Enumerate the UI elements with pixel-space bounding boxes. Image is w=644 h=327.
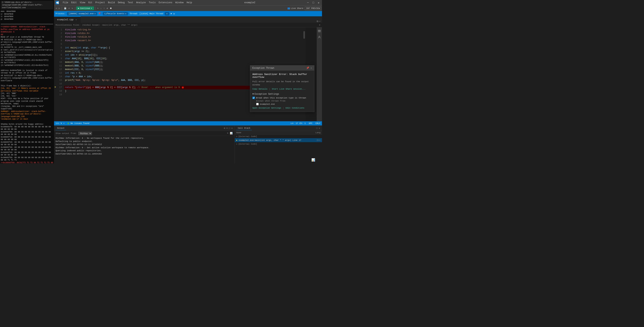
callstack-expand-icon: ▷ — [236, 135, 238, 138]
close-button[interactable]: ✕ — [317, 1, 320, 5]
menu-item-tools[interactable]: Tools — [147, 1, 157, 5]
except-file-checkbox[interactable] — [256, 103, 259, 105]
code-line-6[interactable]: int main(int argc, char **argv) { — [64, 46, 303, 50]
team-explorer-icon[interactable] — [317, 35, 322, 40]
output-menu-icon[interactable]: ≡ — [226, 127, 228, 130]
toolbar-undo[interactable]: ↩ — [68, 7, 70, 10]
code-line-4[interactable]: #include <assert.h> — [64, 39, 303, 43]
continue-dropdown-arrow[interactable]: ▾ — [91, 7, 92, 10]
terminal-line — [1, 121, 53, 123]
split-editor-icon[interactable]: ⧉ — [317, 20, 318, 23]
copy-details-link[interactable]: Copy Details — [252, 88, 268, 91]
code-line-1[interactable]: #include <string.h> — [64, 28, 303, 32]
live-share-session-link[interactable]: Start Live Share session... — [272, 88, 306, 91]
toolbar-stop[interactable]: ⏹ — [109, 7, 113, 10]
new-file-icon[interactable]: + — [319, 24, 320, 27]
code-line-8[interactable]: int idx = atoi(argv[1]); — [64, 53, 303, 57]
menu-item-debug[interactable]: Debug — [116, 1, 126, 5]
zoom-control[interactable]: 111 % ▾ — [56, 122, 64, 125]
menu-item-extensions[interactable]: Extensions — [157, 1, 174, 5]
output-tab[interactable]: Output — [56, 126, 66, 130]
callstack-group-external-1[interactable]: ▷ [External Code] — [235, 135, 322, 138]
toolbar-step-out[interactable]: ↑ — [103, 7, 106, 10]
menu-item-build[interactable]: Build — [106, 1, 116, 5]
callstack-group-external-2[interactable]: ▷ [External Code] — [235, 142, 322, 146]
svg-rect-2 — [318, 32, 321, 32]
output-chart-icon[interactable]: 📊 — [230, 132, 233, 135]
menu-item-analyze[interactable]: Analyze — [135, 1, 147, 5]
spaces-label: SPC — [309, 122, 312, 125]
exception-close-icon[interactable]: ✕ — [310, 67, 312, 70]
process-dropdown[interactable]: [28056] example2.exe ▾ — [67, 12, 97, 16]
callstack-close-icon[interactable]: ✕ — [318, 126, 320, 130]
code-line-5[interactable] — [64, 43, 303, 46]
menu-item-test[interactable]: Test — [126, 1, 135, 5]
menu-item-file[interactable]: File — [61, 1, 70, 5]
lifecycle-dropdown[interactable]: Lifecycle Events ▾ — [103, 12, 128, 16]
callstack-row-main[interactable]: ▶ example2.exe!main(int argc, char * * a… — [235, 138, 322, 142]
terminal-line: #2 0x7585fa28 (C:\WINDOWS\System32\KERNE… — [1, 51, 53, 56]
breadcrumb-bar: Miscellaneous Files › (Global Scope) › m… — [54, 23, 322, 27]
code-line-7[interactable]: assert(argc >= 2); — [64, 50, 303, 53]
gutter: ▶ — [54, 27, 57, 121]
code-line-3[interactable]: #include <stdlib.h> — [64, 35, 303, 39]
output-maximize-icon[interactable]: □ — [228, 127, 230, 130]
menu-item-project[interactable]: Project — [94, 1, 106, 5]
output-filter-select[interactable]: RichNav — [78, 132, 92, 135]
continue-button[interactable]: ▶ Continue ▾ — [76, 7, 94, 10]
menu-item-git[interactable]: Git — [87, 1, 94, 5]
callstack-maximize-icon[interactable]: □ — [316, 127, 318, 130]
toolbar-step-into[interactable]: ↓ — [100, 7, 102, 10]
menu-item-view[interactable]: View — [78, 1, 87, 5]
edit-conditions-link[interactable]: Edit Conditions — [286, 107, 304, 110]
tab-bar: example2.cpp ✕ ⧉ ⋯ — [54, 16, 322, 23]
toolbar-forward[interactable]: ▷ — [58, 7, 61, 10]
tab-close-button[interactable]: ✕ — [74, 18, 78, 21]
output-settings-icon[interactable]: ⚙ — [224, 126, 226, 130]
terminal-line: 0x30095f20: 00 00 00 00 00 00 00 00 00 0… — [1, 141, 53, 146]
svg-point-3 — [319, 36, 320, 37]
terminal-line: \example2.cpp:17 in main — [1, 118, 53, 121]
break-on-exception-checkbox[interactable] — [252, 97, 255, 99]
callstack-external-label-2: [External Code] — [238, 143, 257, 145]
breadcrumb-scope[interactable]: (Global Scope) — [82, 24, 100, 26]
breadcrumb-files[interactable]: Miscellaneous Files — [56, 24, 79, 26]
code-line-2[interactable]: #include <stdio.h> — [64, 32, 303, 35]
live-share-button[interactable]: 👥 Live Share — [287, 7, 303, 10]
process-dropdown-arrow: ▾ — [94, 13, 96, 15]
callstack-current-arrow: ▶ — [236, 139, 238, 141]
toolbar-save[interactable]: 💾 — [63, 7, 67, 10]
open-exception-settings-link[interactable]: Open Exception Settings — [252, 107, 281, 110]
break-on-exception-label: Break when this exception type is thrown — [256, 97, 306, 99]
toolbar-restart[interactable]: ↺ — [106, 7, 109, 10]
more-tabs-icon[interactable]: ⋯ — [319, 20, 320, 23]
code-line-10[interactable]: memset(AAA, 0, sizeof(AAA)); — [64, 61, 303, 64]
line-number-14: 14 — [57, 75, 62, 79]
breadcrumb-function[interactable]: main(int argc, char ** argv) — [102, 24, 138, 26]
output-wrap-icon[interactable]: ≡ — [226, 132, 229, 135]
exception-pin-icon[interactable]: 📌 — [306, 67, 309, 70]
output-close-icon[interactable]: ✕ — [231, 126, 233, 130]
code-line-9[interactable]: char AAA[10], BBB[10], CCC[10]; — [64, 57, 303, 61]
toolbar-back[interactable]: ◁ — [55, 7, 58, 10]
line-number-7: 7 — [57, 50, 62, 53]
maximize-button[interactable]: □ — [312, 1, 315, 5]
tab-example2[interactable]: example2.cpp ✕ — [54, 16, 80, 23]
minimize-button[interactable]: ─ — [306, 1, 310, 5]
callstack-tab[interactable]: Call Stack — [236, 126, 252, 130]
thread-dropdown[interactable]: ▾ — [165, 12, 169, 16]
no-issues-badge[interactable]: No issues found — [68, 122, 89, 125]
callstack-headers: Name Lang — [235, 131, 322, 135]
zoom-label: 111 % — [56, 122, 62, 125]
menu-item-window[interactable]: Window — [174, 1, 185, 5]
solution-explorer-icon[interactable] — [317, 29, 322, 34]
output-panel-icons: ⚙ ≡ □ ✕ — [224, 126, 233, 130]
flag-icon: ⚑ — [171, 13, 172, 15]
menu-item-help[interactable]: Help — [185, 1, 194, 5]
toolbar-redo[interactable]: ↪ — [71, 7, 74, 10]
toolbar-step-over[interactable]: ↷ — [96, 7, 99, 10]
debug-process-label: Process: — [56, 13, 66, 15]
output-tools: ≡ 📊 — [226, 132, 233, 135]
line-number-3: 3 — [57, 35, 62, 39]
menu-item-edit[interactable]: Edit — [70, 1, 78, 5]
